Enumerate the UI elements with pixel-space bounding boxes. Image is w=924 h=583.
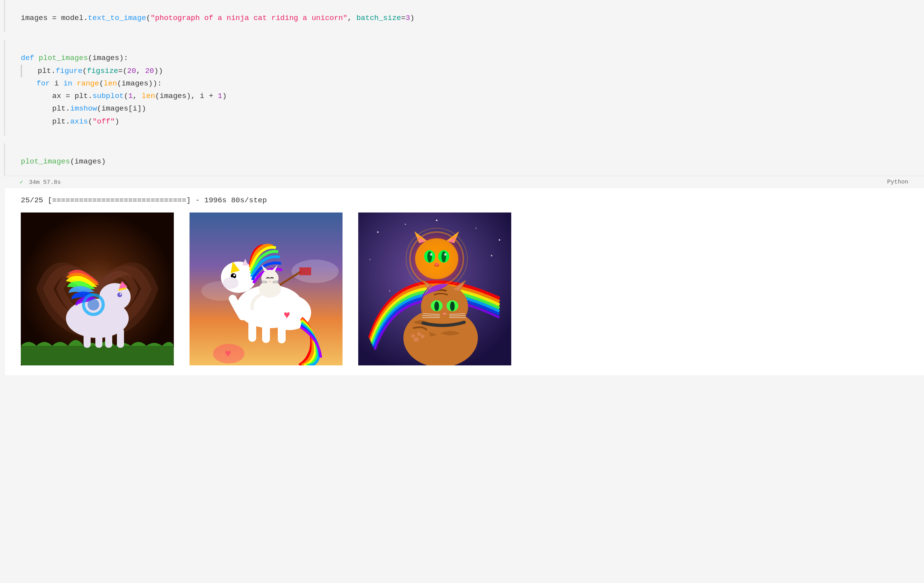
code-line-for: for i in range(len(images)): [21,77,908,90]
code-token: )) [154,67,163,75]
svg-point-49 [491,255,492,256]
language-label: Python [887,179,908,185]
code-block-1: images = model.text_to_image("photograph… [21,8,908,28]
code-token: ( [82,67,87,75]
generated-image-2: ♥ ♥ [190,212,343,365]
code-token: . [84,14,88,22]
code-token: figsize [87,67,118,75]
code-token: plt [52,117,66,126]
generated-image-1 [21,212,174,365]
svg-rect-13 [117,328,124,348]
svg-point-44 [405,224,406,225]
code-token: axis [70,117,88,126]
svg-point-86 [417,332,421,336]
code-token: def [21,54,39,62]
code-token: . [66,104,70,113]
svg-point-27 [223,277,239,289]
svg-point-85 [411,334,415,338]
code-token: (images)): [117,79,162,88]
svg-point-50 [389,291,390,292]
code-token: 20 [145,67,154,75]
svg-rect-1 [21,346,174,365]
cell-separator-2 [0,136,924,143]
svg-rect-28 [248,318,256,342]
code-token: batch_size [356,14,401,22]
svg-rect-12 [105,330,112,348]
code-token: for [36,79,55,88]
code-token: range [77,79,99,88]
code-token: =( [118,67,127,75]
svg-point-15 [292,260,339,283]
code-token: ) [222,92,226,100]
svg-rect-11 [95,332,102,348]
code-token: len [104,79,117,88]
svg-point-43 [377,231,379,233]
code-line-1: images = model.text_to_image("photograph… [21,12,908,24]
svg-line-81 [449,316,466,316]
code-token: plt [52,104,66,113]
svg-point-25 [233,274,235,276]
svg-point-48 [370,259,371,260]
cell-separator [0,32,924,40]
code-line-def: def plot_images(images): [21,52,908,64]
image-container-1 [21,212,174,367]
timing-text: 34m 57.8s [29,179,61,186]
output-bar: ✓ 34m 57.8s Python [4,176,924,188]
svg-point-59 [427,251,432,262]
code-token: ( [88,117,92,126]
code-token: (images[i]) [97,104,146,113]
output-timing: ✓ 34m 57.8s [20,178,61,186]
code-token: , [136,67,145,75]
code-token: ( [146,14,150,22]
svg-point-32 [261,270,279,287]
code-token: 20 [127,67,136,75]
svg-point-87 [421,334,425,338]
code-token: subplot [93,92,124,100]
svg-rect-30 [278,319,286,343]
svg-point-7 [120,293,121,295]
svg-point-9 [87,299,99,311]
code-token: ) [115,117,119,126]
code-token: in [63,79,77,88]
code-token: (images), i + [155,92,218,100]
image-container-3 [358,212,511,367]
code-block-3: plot_images(images) [21,151,908,172]
code-token: , [347,14,356,22]
code-line-imshow: plt.imshow(images[i]) [21,102,908,115]
code-token: plt [75,92,88,100]
svg-point-62 [444,253,447,256]
svg-text:♥: ♥ [284,309,290,321]
code-token: (images): [88,54,128,62]
code-token: "photograph of a ninja cat riding a unic… [151,14,348,22]
code-token: = [401,14,405,22]
code-token: . [51,67,55,75]
svg-rect-41 [299,267,311,275]
svg-point-6 [117,292,122,297]
code-token: plot_images [39,54,88,62]
code-token: ) [410,14,414,22]
code-line-axis: plt.axis("off") [21,115,908,128]
code-token: imshow [70,104,97,113]
svg-point-61 [430,253,432,256]
svg-rect-29 [262,321,270,343]
progress-bar: 25/25 [==============================] -… [21,196,908,205]
code-token: . [88,92,92,100]
code-token: ( [124,92,128,100]
code-token: , [133,92,142,100]
code-token: "off" [93,117,115,126]
svg-line-78 [422,316,440,316]
code-cell-3: plot_images(images) [4,143,924,176]
code-line-subplot: ax = plt.subplot(1, len(images), i + 1) [21,90,908,102]
code-token: len [142,92,155,100]
code-block-2: def plot_images(images): plt.figure(figs… [21,48,908,132]
code-cell-2: def plot_images(images): plt.figure(figs… [4,40,924,136]
output-section: 25/25 [==============================] -… [5,188,924,375]
check-icon: ✓ [20,179,23,186]
code-token: 3 [406,14,410,22]
generated-images-row: ♥ ♥ [21,212,908,367]
code-line-figure: plt.figure(figsize=(20, 20)) [21,65,908,77]
code-token: 1 [128,92,133,100]
code-token: = [47,14,61,22]
code-token: . [66,117,70,126]
code-token: 1 [218,92,222,100]
